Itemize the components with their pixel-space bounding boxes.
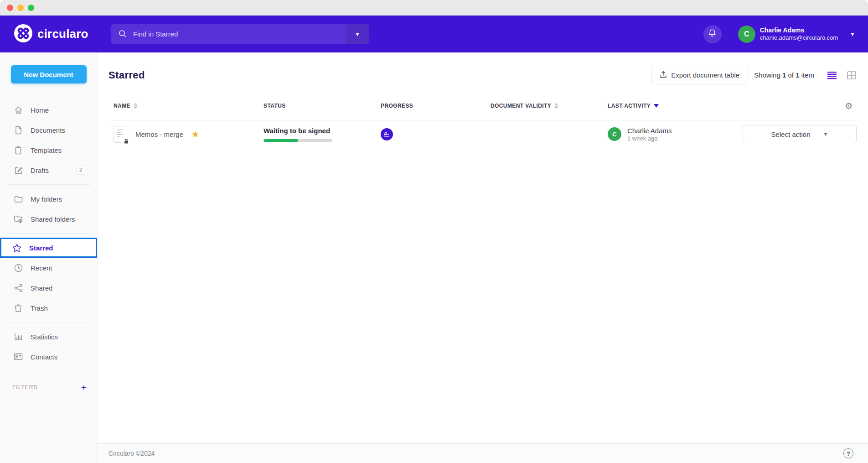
sidebar-item-my-folders[interactable]: My folders: [0, 189, 97, 209]
search-icon: [119, 30, 127, 40]
activity-avatar: C: [608, 127, 621, 141]
filters-section: FILTERS +: [0, 378, 97, 396]
home-icon: [14, 106, 23, 114]
share-icon: [14, 284, 23, 292]
sidebar-item-trash[interactable]: Trash: [0, 298, 97, 318]
activity-timestamp: 1 week ago: [627, 135, 672, 142]
maximize-window-button[interactable]: [28, 5, 34, 11]
page-title: Starred: [108, 69, 145, 81]
select-action-caret-icon: ▼: [823, 131, 828, 137]
user-menu[interactable]: C Charlie Adams charlie.adams@circularo.…: [738, 26, 855, 43]
sidebar-item-label: Shared: [31, 284, 52, 292]
sidebar-item-documents[interactable]: Documents: [0, 120, 97, 140]
clipboard-icon: [14, 146, 23, 155]
trash-icon: [14, 304, 23, 312]
drafts-count-badge: 2: [76, 166, 85, 175]
activity-user-name: Charlie Adams: [627, 126, 672, 135]
select-action-button[interactable]: Select action ▼: [743, 125, 857, 143]
copyright-text: Circularo ©2024: [108, 450, 155, 457]
sidebar-item-recent[interactable]: Recent: [0, 258, 97, 278]
favorite-star-icon[interactable]: ★: [191, 130, 199, 139]
sidebar-item-label: Shared folders: [31, 215, 75, 223]
folder-icon: [14, 195, 23, 203]
user-meta: Charlie Adams charlie.adams@circularo.co…: [760, 26, 838, 42]
select-action-label: Select action: [771, 130, 811, 138]
document-thumbnail-icon: [114, 126, 127, 143]
column-header-last-activity[interactable]: LAST ACTIVITY: [608, 103, 743, 109]
document-name[interactable]: Memos - merge: [135, 130, 183, 138]
footer: Circularo ©2024 ?: [98, 443, 868, 463]
column-header-progress[interactable]: PROGRESS: [381, 103, 491, 109]
status-progress-fill: [264, 139, 298, 142]
close-window-button[interactable]: [7, 5, 13, 11]
sort-icon: [134, 103, 138, 109]
sidebar-item-contacts[interactable]: Contacts: [0, 347, 97, 367]
export-button-label: Export document table: [671, 71, 739, 79]
chevron-down-icon: ▼: [355, 31, 360, 37]
sidebar-item-label: Trash: [31, 304, 48, 312]
sidebar-item-label: Drafts: [31, 166, 49, 174]
user-menu-caret-icon: ▼: [850, 31, 855, 37]
bell-icon: [708, 29, 717, 40]
sort-icon: [554, 103, 558, 109]
sidebar-item-label: Home: [31, 106, 49, 114]
status-text: Waiting to be signed: [264, 127, 353, 135]
signature-progress-icon[interactable]: [381, 128, 393, 140]
sidebar-item-home[interactable]: Home: [0, 100, 97, 120]
status-progress-bar: [264, 139, 332, 142]
clock-icon: [14, 264, 23, 272]
sidebar-item-label: Documents: [31, 126, 65, 134]
help-button[interactable]: ?: [843, 448, 853, 458]
user-email: charlie.adams@circularo.com: [760, 34, 838, 42]
list-view-icon[interactable]: [827, 71, 837, 79]
sidebar-item-label: Contacts: [31, 353, 57, 361]
filters-label: FILTERS: [12, 384, 37, 390]
sidebar-item-shared[interactable]: Shared: [0, 278, 97, 298]
sidebar: New Document Home Documents: [0, 52, 98, 463]
user-avatar: C: [738, 26, 755, 43]
column-header-status[interactable]: STATUS: [264, 103, 381, 109]
macos-titlebar: [0, 0, 868, 16]
search-bar[interactable]: ▼: [111, 24, 369, 44]
sidebar-item-label: Recent: [31, 264, 52, 272]
column-header-name[interactable]: NAME: [114, 103, 264, 109]
search-input[interactable]: [133, 30, 334, 38]
sidebar-divider: [7, 371, 90, 371]
notifications-button[interactable]: [703, 25, 722, 43]
name-cell: Memos - merge ★: [114, 126, 264, 143]
grid-view-icon[interactable]: [847, 71, 856, 79]
circularo-logo-icon: [14, 24, 33, 45]
chart-icon: [14, 333, 23, 341]
search-scope-dropdown[interactable]: ▼: [346, 24, 369, 44]
document-icon: [14, 126, 23, 135]
sidebar-item-label: My folders: [31, 195, 62, 203]
app-header: circularo ▼ C Char: [0, 16, 868, 52]
main-content: Starred Export document table Showing 1 …: [98, 52, 868, 463]
add-filter-button[interactable]: +: [81, 383, 86, 392]
minimize-window-button[interactable]: [17, 5, 24, 11]
table-header: NAME STATUS PROGRESS DOCUMENT VALIDITY: [108, 101, 856, 111]
star-icon: [12, 244, 21, 252]
pencil-icon: [14, 166, 23, 175]
sort-desc-icon: [654, 104, 659, 108]
progress-cell: [381, 128, 491, 140]
showing-count: Showing 1 of 1 item: [754, 71, 814, 79]
sidebar-item-shared-folders[interactable]: Shared folders: [0, 209, 97, 229]
status-cell: Waiting to be signed: [264, 127, 381, 142]
content-empty-area: [98, 148, 868, 443]
sidebar-item-statistics[interactable]: Statistics: [0, 327, 97, 347]
export-document-table-button[interactable]: Export document table: [651, 66, 748, 84]
sidebar-divider: [7, 322, 90, 323]
sidebar-item-templates[interactable]: Templates: [0, 140, 97, 160]
sidebar-item-starred[interactable]: Starred: [0, 238, 97, 258]
column-settings-gear-icon[interactable]: ⚙: [845, 101, 852, 111]
table-row[interactable]: Memos - merge ★ Waiting to be signed: [108, 120, 856, 148]
app-window: circularo ▼ C Char: [0, 0, 868, 463]
sidebar-item-label: Statistics: [31, 333, 58, 341]
lock-icon: [122, 137, 130, 145]
user-name: Charlie Adams: [760, 26, 838, 35]
column-header-document-validity[interactable]: DOCUMENT VALIDITY: [491, 103, 608, 109]
brand-logo[interactable]: circularo: [0, 24, 98, 45]
sidebar-item-drafts[interactable]: Drafts 2: [0, 160, 97, 180]
new-document-button[interactable]: New Document: [11, 65, 87, 83]
